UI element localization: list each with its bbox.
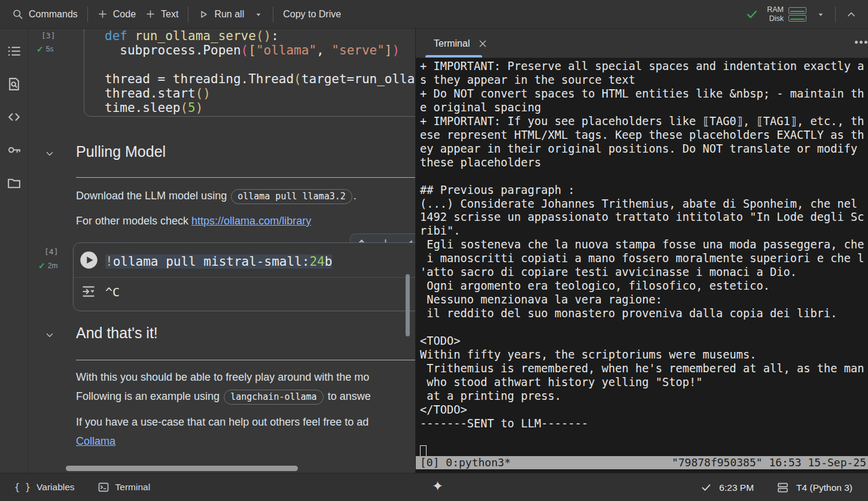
runtime-status[interactable] [745,8,759,21]
terminal-button-label: Terminal [115,482,151,493]
paragraph-example: Following is an example using langchain-… [76,390,371,403]
notebook-vertical-scrollbar[interactable] [406,274,410,336]
terminal-menu-icon[interactable] [855,41,867,44]
connected-check-icon [745,8,759,21]
copy-to-drive-label: Copy to Drive [283,9,341,20]
last-saved-time[interactable]: 6:23 PM [719,482,754,493]
cell3-run-status: ✓ 5s [36,44,53,54]
terminal-line [420,431,868,445]
terminal-line: s they appear in the source text [420,74,868,87]
search-icon [12,8,23,20]
code-cell-4[interactable]: !ollama pull mistral-small:24b ^C [73,242,415,311]
terminal-output[interactable]: + IMPORTANT: Preserve all special spaces… [416,58,868,473]
cell4-exec-count[interactable]: [4] [44,247,58,256]
tmux-session-info: [0] 0:python3* [420,456,511,469]
terminal-line: Egli sosteneva che la nuova stampa fosse… [420,238,868,252]
cell4-run-status: ✓ 2m [38,261,57,271]
cell4-success-check-icon: ✓ [38,261,45,271]
plus-icon [145,9,156,19]
saved-check-icon [701,482,712,493]
section-collapse-chevron-icon[interactable] [44,330,55,341]
gemini-sparkle-icon[interactable]: ✦ [432,478,443,494]
terminal-line: <TODO> [420,335,868,348]
copy-to-drive-button[interactable]: Copy to Drive [283,9,341,20]
toolbar-divider [835,7,836,22]
section-divider [76,177,415,178]
terminal-button[interactable]: Terminal [98,481,151,493]
terminal-line: i manoscritti copiati a mano fossero mor… [420,252,868,266]
terminal-cursor [420,445,427,457]
cell3-code[interactable]: def run_ollama_serve(): subprocess.Popen… [105,29,415,115]
toolbar-divider [188,7,188,22]
terminal-line: Trithemius is remembered, when he's reme… [420,362,868,376]
add-text-button[interactable]: Text [145,9,178,20]
plus-icon [98,9,108,19]
run-cell-button[interactable] [80,251,98,269]
run-all-label: Run all [214,9,244,20]
toolbar-divider [87,7,88,22]
cell3-runtime: 5s [46,45,54,53]
notebook-horizontal-scrollbar[interactable] [66,466,298,471]
terminal-tab[interactable]: Terminal [425,29,496,58]
commands-button[interactable]: Commands [12,8,78,20]
cell4-output: ^C [105,285,120,299]
run-icon [198,9,209,20]
commands-label: Commands [29,9,78,20]
code-snippets-icon[interactable] [7,110,22,125]
cell4-runtime: 2m [48,262,58,270]
terminal-line: </TODO> [420,403,868,417]
colab-window: Commands Code Text Run all Copy to Drive [0,0,868,501]
disk-label: Disk [767,14,784,23]
terminal-line: + Do NOT convert spaces to HTML entities… [420,87,868,101]
cell-io-divider [74,277,415,278]
top-toolbar: Commands Code Text Run all Copy to Drive [0,0,868,29]
files-folder-icon[interactable] [7,175,22,190]
terminal-line [420,170,868,184]
paragraph-other-models: For other models check https://ollama.co… [76,215,311,227]
ram-label: RAM [767,5,784,14]
terminal-line: Ogni argomento era teologico, filosofico… [420,280,868,293]
toggle-output-icon[interactable] [81,284,96,299]
resource-caret-icon[interactable] [816,10,826,19]
terminal-line: ey appear in their original positions. D… [420,142,868,156]
terminal-line: -------SENT to LLM------- [420,417,868,431]
resource-monitor[interactable]: RAM Disk [767,5,806,23]
variables-button[interactable]: { } Variables [14,482,75,493]
add-code-button[interactable]: Code [98,9,136,20]
runtime-type-label[interactable]: T4 (Python 3) [796,482,852,493]
inline-code-langchain-ollama: langchain-ollama [224,390,324,405]
terminal-line: (...) Considerate Johannes Trithemius, a… [420,198,868,211]
runtime-hardware-icon [776,481,789,494]
terminal-tab-label: Terminal [434,38,470,49]
terminal-line: ## Previous paragraph : [420,184,868,198]
inline-code-ollama-pull: ollama pull llama3.2 [231,189,352,204]
terminal-line: Nessuno menzionava la vera ragione: [420,293,868,307]
ollama-library-link[interactable]: https://ollama.com/library [191,215,311,227]
close-terminal-icon[interactable] [478,39,488,48]
terminal-line [420,321,868,335]
find-replace-icon[interactable] [7,77,22,92]
cell4-code[interactable]: !ollama pull mistral-small:24b [105,254,332,269]
paragraph-download: Download the LLM model using ollama pull… [76,190,357,202]
section-divider [76,360,415,360]
cell3-exec-count[interactable]: [3] [41,31,55,40]
braces-icon: { } [14,482,31,493]
terminal-line: at a printing press. [420,390,868,403]
section-title-and-thats-it: And that's it! [76,324,158,342]
left-icon-rail [0,29,28,473]
table-of-contents-icon[interactable] [7,44,22,59]
terminal-line: Within fifty years, the scriptoriums wer… [420,348,868,362]
section-title-pulling-model: Pulling Model [76,143,166,160]
terminal-line: il reddito del suo monastero proveniva d… [420,307,868,321]
run-all-button[interactable]: Run all [198,9,244,20]
variables-label: Variables [36,482,74,493]
disk-usage-bar [788,15,806,22]
terminal-line: 'atto sacro di copiare testi avvicinasse… [420,266,868,280]
terminal-line: 1492 scrisse un appassionato trattato in… [420,211,868,224]
notebook-panel: [3] ✓ 5s def run_ollama_serve(): subproc… [28,29,415,473]
collama-link[interactable]: Collama [76,435,115,448]
collapse-header-chevron-icon[interactable] [845,8,857,20]
run-all-menu-caret-icon[interactable] [254,10,263,19]
section-collapse-chevron-icon[interactable] [44,148,55,159]
secrets-key-icon[interactable] [7,142,22,157]
